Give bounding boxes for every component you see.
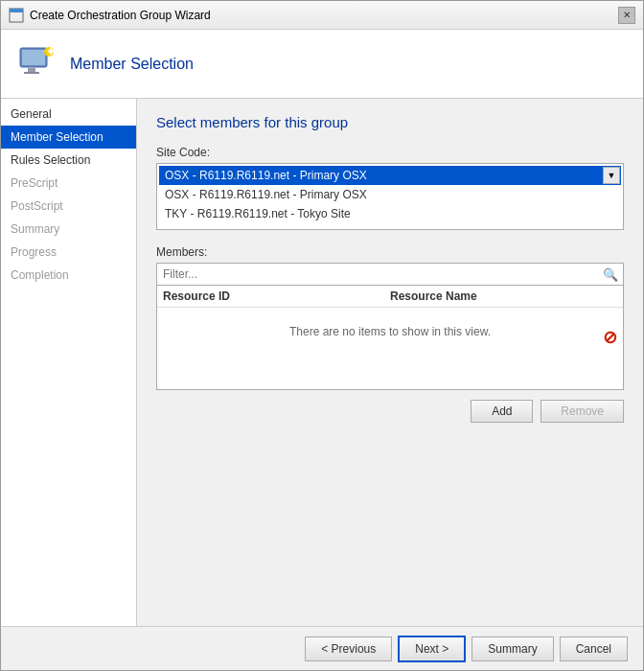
wizard-header-icon: ✦ <box>16 44 57 84</box>
window-icon <box>9 8 24 23</box>
site-option-2[interactable]: TKY - R6119.R6119.net - Tokyo Site <box>159 204 621 223</box>
members-table-container: Resource ID Resource Name There are no i… <box>156 285 624 390</box>
wizard-window: Create Orchestration Group Wizard ✕ ✦ Me… <box>0 0 644 671</box>
wizard-footer: < Previous Next > Summary Cancel <box>1 626 643 670</box>
sidebar-item-prescript: PreScript <box>1 172 136 195</box>
member-action-buttons: Add Remove <box>156 400 624 423</box>
svg-text:✦: ✦ <box>46 45 56 58</box>
table-empty-message: There are no items to show in this view. <box>157 308 623 356</box>
sidebar-item-completion: Completion <box>1 264 136 287</box>
close-button[interactable]: ✕ <box>618 7 635 24</box>
page-title: Select members for this group <box>156 114 624 130</box>
remove-button[interactable]: Remove <box>540 400 624 423</box>
filter-search-icon: 🔍 <box>603 266 618 281</box>
sidebar-item-summary: Summary <box>1 218 136 241</box>
sidebar-item-postscript: PostScript <box>1 195 136 218</box>
svg-rect-1 <box>10 9 23 12</box>
site-code-label: Site Code: <box>156 146 624 159</box>
sidebar-item-rules-selection[interactable]: Rules Selection <box>1 149 136 172</box>
site-option-0[interactable]: OSX - R6119.R6119.net - Primary OSX <box>159 166 621 185</box>
filter-box: 🔍 <box>156 263 624 285</box>
window-title: Create Orchestration Group Wizard <box>30 9 211 22</box>
wizard-header: ✦ Member Selection <box>1 30 643 99</box>
site-code-group: Site Code: OSX - R6119.R6119.net - Prima… <box>156 146 624 230</box>
sidebar: General Member Selection Rules Selection… <box>1 99 137 626</box>
members-section: Members: 🔍 Resource ID Resource Name The… <box>156 245 624 423</box>
svg-rect-3 <box>22 50 45 65</box>
titlebar-left: Create Orchestration Group Wizard <box>9 8 211 23</box>
previous-button[interactable]: < Previous <box>305 636 392 661</box>
filter-input[interactable] <box>156 263 624 285</box>
titlebar: Create Orchestration Group Wizard ✕ <box>1 1 643 30</box>
col-resource-name: Resource Name <box>390 289 617 303</box>
add-button[interactable]: Add <box>471 400 533 423</box>
site-code-dropdown-container: OSX - R6119.R6119.net - Primary OSX OSX … <box>156 163 624 230</box>
next-button[interactable]: Next > <box>398 636 466 662</box>
sidebar-item-progress: Progress <box>1 241 136 264</box>
site-option-1[interactable]: OSX - R6119.R6119.net - Primary OSX <box>159 185 621 204</box>
cancel-button[interactable]: Cancel <box>560 636 628 661</box>
main-panel: Select members for this group Site Code:… <box>137 99 643 626</box>
sidebar-item-member-selection[interactable]: Member Selection <box>1 126 136 149</box>
svg-rect-5 <box>24 72 39 74</box>
table-header: Resource ID Resource Name <box>157 286 623 308</box>
col-resource-id: Resource ID <box>163 289 390 303</box>
content-area: General Member Selection Rules Selection… <box>1 99 643 626</box>
members-label: Members: <box>156 245 624 259</box>
summary-button[interactable]: Summary <box>472 636 553 661</box>
error-icon: ⊘ <box>603 327 617 348</box>
dropdown-arrow-icon[interactable]: ▼ <box>603 167 620 184</box>
wizard-header-title: Member Selection <box>70 56 194 73</box>
sidebar-item-general[interactable]: General <box>1 103 136 126</box>
site-code-listbox[interactable]: OSX - R6119.R6119.net - Primary OSX OSX … <box>156 163 624 230</box>
